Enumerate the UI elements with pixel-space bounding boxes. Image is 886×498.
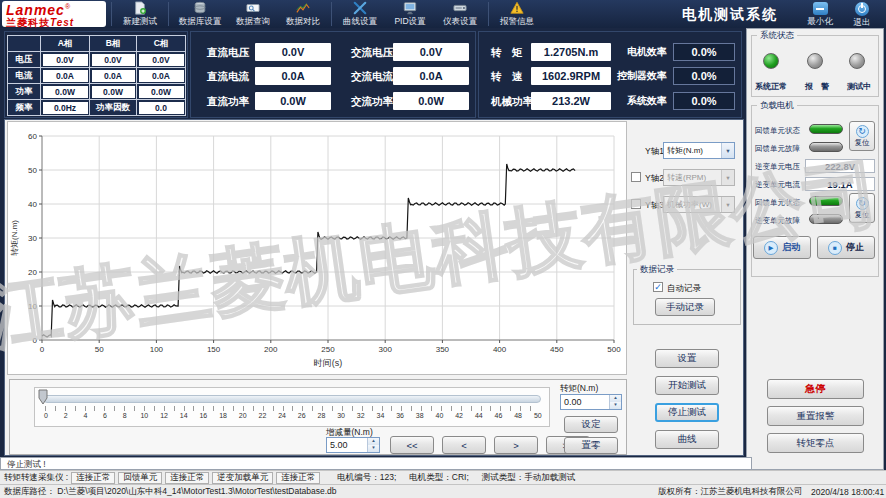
curve-settings-button[interactable]: 曲线设置 bbox=[335, 1, 385, 28]
slider-tick-labels: 0246810121416182022242628303234363840424… bbox=[41, 412, 543, 419]
slider-tick: 8 bbox=[120, 412, 130, 419]
slider-tick: 46 bbox=[493, 412, 503, 419]
slider-tick: 20 bbox=[238, 412, 248, 419]
toolbar-separator bbox=[111, 2, 112, 26]
start-button[interactable]: ▶ 启动 bbox=[753, 236, 811, 259]
power-c: 0.0W bbox=[139, 86, 184, 98]
reset-arrows-icon: ↻ bbox=[856, 125, 869, 138]
slider-tick: 18 bbox=[218, 412, 228, 419]
chart-svg: 0501001502002503003504004505000102030405… bbox=[8, 122, 624, 372]
logo-name: Lanmec bbox=[6, 2, 65, 18]
system-normal-label: 系统正常 bbox=[755, 81, 787, 92]
yaxis2-checkbox[interactable] bbox=[631, 172, 641, 182]
database-settings-button[interactable]: 数据库设置 bbox=[172, 1, 228, 28]
ac-voltage-label: 交流电压 bbox=[351, 43, 393, 61]
spin-down-icon[interactable]: ▼ bbox=[368, 445, 379, 452]
slider-tick: 14 bbox=[179, 412, 189, 419]
mech-power-label: 机械功率 bbox=[491, 92, 533, 110]
torque-zero-button[interactable]: 转矩零点 bbox=[767, 433, 864, 453]
svg-text:450: 450 bbox=[550, 345, 564, 354]
torque-slider-track[interactable] bbox=[43, 395, 541, 403]
feedback-status-bar bbox=[809, 124, 843, 134]
dc-current-value: 0.0A bbox=[255, 67, 331, 85]
zero-button[interactable]: 置零 bbox=[564, 437, 618, 454]
collector-label: 转矩转速采集仪 : bbox=[4, 472, 68, 484]
slider-tick: 0 bbox=[41, 412, 51, 419]
row-label: 功率 bbox=[8, 84, 40, 99]
spin-down-icon[interactable]: ▼ bbox=[610, 402, 621, 409]
slider-tick: 2 bbox=[61, 412, 71, 419]
inverter-reset-button[interactable]: ↻ 复位 bbox=[849, 193, 875, 223]
stop-icon: ■ bbox=[828, 241, 842, 255]
exit-button[interactable]: 退出 bbox=[842, 2, 882, 29]
chevron-down-icon: ▼ bbox=[721, 197, 734, 212]
spin-up-icon[interactable]: ▲ bbox=[610, 395, 621, 402]
step-back-fast-button[interactable]: << bbox=[390, 436, 434, 454]
torque-label: 转 矩 bbox=[491, 43, 523, 61]
motor-eff-value: 0.0% bbox=[673, 43, 735, 61]
play-icon: ▶ bbox=[764, 241, 778, 255]
data-compare-button[interactable]: 数据对比 bbox=[278, 1, 328, 28]
motor-type: 电机类型：CRI; bbox=[409, 472, 469, 484]
stop-button[interactable]: ■ 停止 bbox=[817, 236, 875, 259]
minimize-button[interactable]: 最小化 bbox=[800, 2, 840, 28]
controller-eff-label: 控制器效率 bbox=[603, 67, 667, 85]
svg-text:时间(s): 时间(s) bbox=[314, 358, 343, 368]
db-path: 数据库路径： D:\兰菱\项目\2020\山东中科4_14\MotorTest1… bbox=[4, 486, 337, 498]
testing-label: 测试中 bbox=[847, 81, 871, 92]
feedback-status2-bar bbox=[809, 196, 843, 206]
settings-button[interactable]: 设置 bbox=[655, 349, 719, 368]
chevron-down-icon: ▼ bbox=[721, 170, 734, 185]
step-spinner[interactable]: 5.00 ▲▼ bbox=[326, 437, 380, 453]
torque-chart: 0501001502002503003504004505000102030405… bbox=[7, 121, 627, 375]
feedback-reset-button[interactable]: ↻ 复位 bbox=[849, 121, 875, 151]
phase-b-header: B相 bbox=[90, 36, 136, 51]
feedback-status2-label: 回馈单元状态 bbox=[755, 198, 800, 208]
data-query-button[interactable]: 数据查询 bbox=[228, 1, 278, 28]
svg-text:50: 50 bbox=[95, 345, 104, 354]
test-type: 测试类型：手动加载测试 bbox=[482, 472, 576, 484]
curve-button[interactable]: 曲线 bbox=[655, 430, 719, 449]
step-forward-button[interactable]: > bbox=[494, 436, 538, 454]
slider-tick: 10 bbox=[139, 412, 149, 419]
svg-text:转矩(N.m): 转矩(N.m) bbox=[10, 220, 19, 256]
set-button[interactable]: 设定 bbox=[564, 416, 618, 433]
feedback-status-label: 回馈单元状态 bbox=[755, 126, 800, 136]
pid-settings-button[interactable]: PID设置 bbox=[385, 1, 435, 28]
bottom-status-bar: 数据库路径： D:\兰菱\项目\2020\山东中科4_14\MotorTest1… bbox=[0, 484, 886, 498]
reset-alarm-button[interactable]: 重置报警 bbox=[767, 406, 864, 426]
slider-frame: 0246810121416182022242628303234363840424… bbox=[34, 387, 550, 427]
feedback-fault-bar bbox=[809, 142, 843, 152]
ac-voltage-value: 0.0V bbox=[393, 43, 469, 61]
meter-settings-button[interactable]: 仪表设置 bbox=[435, 1, 485, 28]
dc-current-label: 直流电流 bbox=[207, 67, 249, 85]
page-title: 电机测试系统 bbox=[640, 6, 820, 24]
slider-tick: 22 bbox=[257, 412, 267, 419]
toolbar-separator bbox=[488, 2, 489, 26]
svg-text:0: 0 bbox=[33, 336, 38, 345]
new-test-button[interactable]: 新建测试 bbox=[115, 1, 165, 28]
spin-up-icon[interactable]: ▲ bbox=[368, 438, 379, 445]
alarm-info-button[interactable]: 报警信息 bbox=[492, 1, 542, 28]
feedback-unit-status: 连接正常 bbox=[165, 472, 209, 484]
yaxis3-checkbox[interactable] bbox=[631, 199, 641, 209]
stop-test-button[interactable]: 停止测试 bbox=[655, 403, 719, 422]
yaxis1-select[interactable]: 转矩(N.m)▼ bbox=[663, 142, 735, 159]
power-a: 0.0W bbox=[43, 86, 88, 98]
ac-power-label: 交流功率 bbox=[351, 92, 393, 110]
current-a: 0.0A bbox=[43, 70, 88, 82]
yaxis2-select[interactable]: 转速(RPM)▼ bbox=[663, 169, 735, 186]
manual-record-button[interactable]: 手动记录 bbox=[655, 298, 715, 316]
logo-reg: ® bbox=[65, 3, 70, 10]
torque-spinner[interactable]: 0.00 ▲▼ bbox=[560, 394, 622, 410]
yaxis3-select[interactable]: 机械功率(W)▼ bbox=[663, 196, 735, 213]
step-back-button[interactable]: < bbox=[442, 436, 486, 454]
load-motor-title: 负载电机 bbox=[757, 100, 797, 112]
slider-tick: 48 bbox=[513, 412, 523, 419]
start-test-button[interactable]: 开始测试 bbox=[655, 376, 719, 395]
auto-record-checkbox[interactable]: ✓ bbox=[653, 282, 663, 292]
meter-settings-icon bbox=[453, 1, 467, 15]
data-record-title: 数据记录 bbox=[637, 264, 677, 276]
emergency-stop-button[interactable]: 急停 bbox=[767, 379, 864, 399]
torque-slider-handle[interactable] bbox=[38, 389, 49, 405]
